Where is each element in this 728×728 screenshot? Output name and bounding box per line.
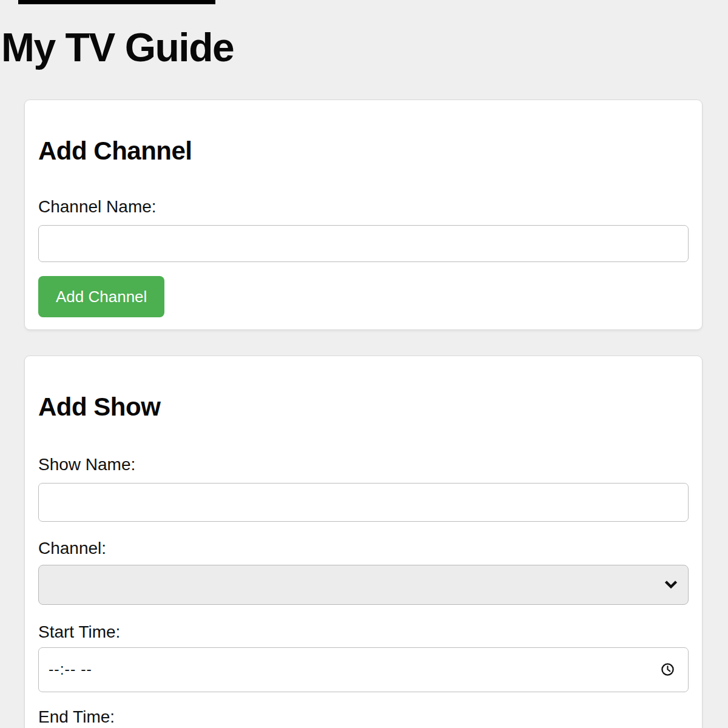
channel-label: Channel: (38, 539, 689, 558)
top-black-bar (18, 0, 215, 4)
add-channel-card: Add Channel Channel Name: Add Channel (24, 99, 703, 330)
end-time-label: End Time: (38, 707, 689, 727)
add-show-heading: Add Show (38, 356, 689, 422)
add-channel-button[interactable]: Add Channel (38, 276, 164, 317)
show-name-input[interactable] (38, 483, 689, 522)
start-time-value: --:-- -- (49, 661, 92, 678)
add-show-card: Add Show Show Name: Channel: Start Time:… (24, 356, 703, 728)
channel-name-label: Channel Name: (38, 197, 689, 217)
clock-icon[interactable] (661, 662, 675, 676)
add-channel-heading: Add Channel (38, 100, 689, 166)
start-time-input[interactable]: --:-- -- (38, 647, 689, 692)
channel-select[interactable] (38, 565, 689, 605)
channel-select-wrap (38, 565, 689, 605)
start-time-label: Start Time: (38, 622, 689, 642)
page-title: My TV Guide (0, 25, 728, 70)
show-name-label: Show Name: (38, 455, 689, 474)
channel-name-input[interactable] (38, 225, 689, 262)
